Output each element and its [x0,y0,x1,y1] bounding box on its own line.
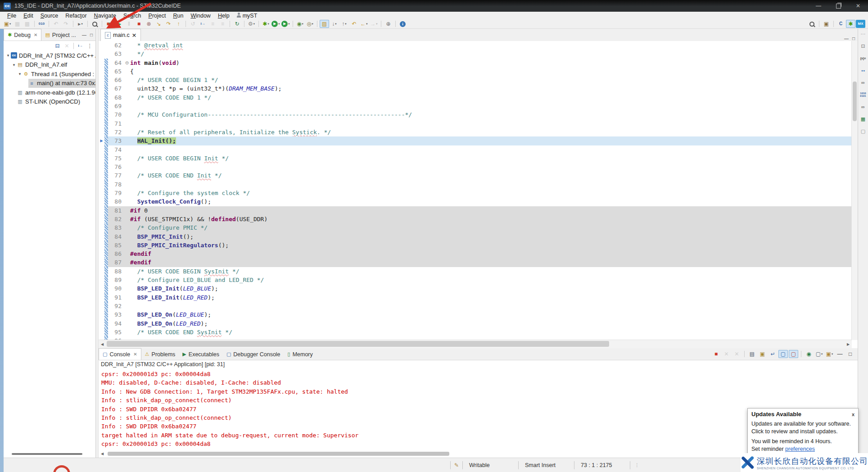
menu-project[interactable]: Project [145,13,170,19]
view-tab-console[interactable]: ▢Console✕ [99,348,141,360]
console-terminate-button[interactable]: ■ [711,350,721,358]
suspend-button[interactable]: ‖ [124,20,134,28]
pin-editor-button[interactable]: ⊕ [384,20,393,28]
editor-minimize-button[interactable]: — [844,36,849,41]
view-tab-executables[interactable]: ▶Executables [179,349,223,360]
view-tab-memory[interactable]: ▯Memory [284,349,316,360]
profile-button[interactable]: ◎▾ [305,20,315,28]
expander-icon[interactable]: ▾ [17,72,23,76]
expander-icon[interactable]: ▾ [11,63,17,67]
open-perspective-button[interactable]: ▣ [822,20,831,28]
show-stdout-button[interactable]: ▢ [778,350,788,358]
menu-help[interactable]: Help [214,13,233,19]
search-button[interactable] [807,20,817,28]
menu-navigate[interactable]: Navigate [90,13,120,19]
debug-perspective-button[interactable]: ✱ [846,20,855,28]
fold-collapse-icon[interactable]: ⊖ [124,59,130,67]
debug-maximize-button[interactable]: □ [90,32,93,37]
sfrs-view-button[interactable]: ▦ [859,115,868,123]
debug-tree-item[interactable]: ▾⚙Thread #1 (Suspended : Br [4,69,95,79]
build-button[interactable]: 010 [37,20,46,28]
step-return-button[interactable]: ↑ [174,20,183,28]
breakpoints-view-button[interactable]: ●● [859,66,868,74]
mark-occurrences-button[interactable]: ▨ [320,20,329,28]
open-element-button[interactable] [90,20,99,28]
menu-edit[interactable]: Edit [20,13,37,19]
remove-terminated-button[interactable]: ✕ [62,42,72,50]
instruction-mode-button[interactable]: i→ [76,42,85,50]
disconnect-button[interactable]: ⊗ [144,20,154,28]
debug-tree-item[interactable]: ▾IDEDDR_Init_A7 [STM32 C/C++ Appl [4,51,95,60]
console-output[interactable]: cpsr: 0x200001d3 pc: 0x00004da8MMU: disa… [99,370,858,449]
mx-perspective-button[interactable]: MX [856,20,865,28]
expressions-view-button[interactable]: ∞ [859,78,868,86]
console-maximize-button[interactable]: □ [845,350,855,358]
scroll-left-icon[interactable]: ◀ [99,342,106,346]
forward-button[interactable]: →▾ [369,20,379,28]
console-scroll-left-icon[interactable]: ◀ [99,452,106,456]
show-paths-button[interactable]: ≡ [218,20,227,28]
menu-window[interactable]: Window [187,13,214,19]
external-tools-button[interactable]: ▶▾ [281,20,290,28]
popup-close-icon[interactable]: x [852,412,854,417]
menu-source[interactable]: Source [37,13,62,19]
step-into-button[interactable]: ↘ [154,20,163,28]
preferences-link[interactable]: preferences [785,446,815,452]
resume-button[interactable]: ▶ [114,20,124,28]
debug-tree-item[interactable]: ≡main() at main.c:73 0x2ff [4,79,95,88]
menu-search[interactable]: Search [120,13,145,19]
open-console-button[interactable]: ▣▾ [825,350,834,358]
prev-annotation-button[interactable]: ↑▾ [339,20,349,28]
close-tab-icon[interactable]: ✕ [132,32,136,39]
debug-hscrollbar[interactable] [4,452,95,456]
restore-pane-button[interactable]: ⊡ [859,42,868,50]
debug-tree-item[interactable]: ▥ST-LINK (OpenOCD) [4,97,95,107]
display-console-button[interactable]: ▢▾ [814,350,824,358]
instruction-stepping-button[interactable]: i→ [198,20,208,28]
view-tab-project[interactable]: ▤Project ... [41,29,79,41]
new-wizard-button[interactable]: ▣▾ [3,20,12,28]
collapse-all-button[interactable]: ⊟ [53,42,62,50]
scroll-lock-button[interactable]: ▣ [758,350,767,358]
save-all-button[interactable]: ▩ [23,20,32,28]
remove-all-launches-button[interactable]: ✕ [732,350,741,358]
show-stderr-button[interactable]: ▢ [789,350,798,358]
info-button[interactable]: i [398,20,407,28]
modules-view-button[interactable]: ▢ [859,127,868,135]
view-tab-debugger-console[interactable]: ▢Debugger Console [223,349,284,360]
build-config-button[interactable]: ⚙▾ [247,20,256,28]
expander-icon[interactable]: ▾ [5,53,11,58]
last-edit-location-button[interactable]: ↶ [349,20,359,28]
debug-tree-item[interactable]: ▥arm-none-eabi-gdb (12.1.90.2 [4,88,95,97]
view-tab-problems[interactable]: ⚠Problems [141,349,179,360]
menu-run[interactable]: Run [169,13,187,19]
menu-myst[interactable]: myST [233,13,261,19]
launch-mode-button[interactable]: ▸▾ [76,20,85,28]
pin-console-button[interactable]: ◉ [804,350,814,358]
scroll-right-icon[interactable]: ▶ [845,342,852,346]
word-wrap-button[interactable]: ↵ [768,350,778,358]
next-annotation-button[interactable]: ↓▾ [330,20,339,28]
debug-tree-item[interactable]: ▾▤DDR_Init_A7.elf [4,60,95,70]
console-minimize-button[interactable]: — [835,350,845,358]
terminate-button[interactable]: ■ [134,20,144,28]
debug-minimize-button[interactable]: — [82,32,86,37]
close-tab-icon[interactable]: ✕ [133,352,137,357]
pane-drag-handle[interactable]: ⋯ [859,30,868,38]
save-button[interactable]: ▦ [13,20,22,28]
terminate-relaunch-button[interactable]: ■▶ [104,20,114,28]
drop-to-frame-button[interactable]: ↺ [188,20,198,28]
editor-tab-main-c[interactable]: c main.c ✕ [100,29,141,41]
restore-window-button[interactable] [828,0,848,12]
close-window-button[interactable]: ✕ [848,0,868,12]
view-tab-debug[interactable]: ✱Debug✕ [4,29,41,41]
coverage-button[interactable]: ◉▾ [295,20,305,28]
menu-file[interactable]: File [4,13,20,19]
live-expressions-view-button[interactable]: ∞ [859,103,868,111]
debug-button[interactable]: ✱▾ [261,20,271,28]
redo-button[interactable]: ↷ [61,20,71,28]
run-button[interactable]: ▶▾ [271,20,280,28]
code-editor[interactable]: 62 * @retval int63 */64⊖int main(void)65… [99,41,852,340]
registers-view-button[interactable]: 10100101 [859,91,868,99]
back-button[interactable]: ←▾ [359,20,369,28]
